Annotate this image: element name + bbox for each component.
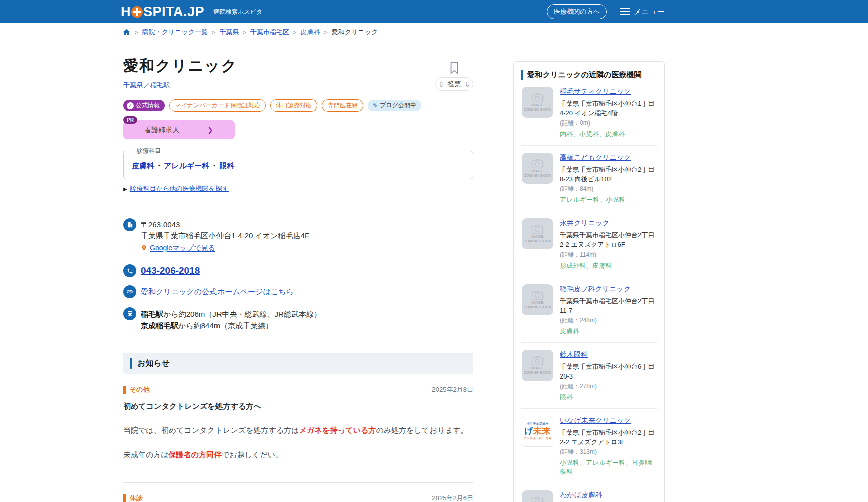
access-line-2: 京成稲毛駅から約844m（京成千葉線） <box>141 320 321 331</box>
news-category-label: その他 <box>130 385 150 394</box>
nearby-clinic-link[interactable]: いなげ未来クリニック <box>560 416 631 424</box>
nearby-clinic-item: IMAGECOMING SOON 高橋こどもクリニック 千葉県千葉市稲毛区小仲台… <box>521 146 657 211</box>
clinic-photo-placeholder: IMAGECOMING SOON <box>522 284 553 315</box>
site-tagline: 病院検索ホスピタ <box>213 8 262 16</box>
badge-row: ✓ 公式情報 マイナンバーカード保険証対応 休日診療対応 専門医在籍 ✎ ブログ… <box>123 99 473 112</box>
nearby-clinic-distance: (距離：278m) <box>560 382 656 391</box>
google-map-link[interactable]: Googleマップで見る <box>150 243 215 253</box>
pref-station-line: 千葉県／稲毛駅 <box>123 81 473 90</box>
check-seal-icon: ✓ <box>127 102 134 109</box>
nearby-clinic-link[interactable]: わかば皮膚科 <box>560 491 602 499</box>
logo-text: 社団 千葉双葉会 <box>526 422 549 426</box>
department-link-dermatology[interactable]: 皮膚科 <box>132 161 154 170</box>
logo-text: げ未来 <box>524 426 550 436</box>
news-date: 2025年2月6日 <box>432 494 473 502</box>
site-logo[interactable]: HSPITA.JP <box>121 4 204 20</box>
blog-badge[interactable]: ✎ ブログ公開中 <box>368 100 421 111</box>
breadcrumb-link-pref[interactable]: 千葉県 <box>219 28 239 37</box>
breadcrumb-separator: > <box>212 29 215 35</box>
nurse-recruit-label: 看護師求人 <box>145 126 180 135</box>
chevron-right-icon: ❯ <box>208 126 213 134</box>
for-medical-institutions-button[interactable]: 医療機関の方へ <box>547 4 607 19</box>
placeholder-text: COMING SOON <box>524 305 552 309</box>
breadcrumb-link-city[interactable]: 千葉市稲毛区 <box>250 28 289 37</box>
nearby-clinic-link[interactable]: 高橋こどもクリニック <box>560 153 631 161</box>
nearby-clinic-distance: (距離：248m) <box>560 316 656 325</box>
clinic-photo-placeholder: IMAGECOMING SOON <box>522 87 553 118</box>
news-section-header: お知らせ <box>123 353 473 374</box>
news-text-highlight: メガネを持っている方 <box>299 426 376 434</box>
nearby-clinic-departments: 内科、小児科、皮膚科 <box>560 130 656 139</box>
news-paragraph-2: 未成年の方は保護者の方同伴でお越しくだい。 <box>123 449 473 460</box>
pr-banner-wrap: PR 看護師求人 ❯ <box>123 120 235 139</box>
breadcrumb-link-department[interactable]: 皮膚科 <box>300 28 320 37</box>
nearby-clinic-address: 千葉県千葉市稲毛区小仲台6丁目20-3 <box>560 362 656 381</box>
nearby-clinic-distance: (距離：114m) <box>560 250 656 259</box>
section-divider <box>123 209 473 209</box>
dot-separator: ・ <box>155 161 163 170</box>
nearby-clinic-link[interactable]: 稲毛サティクリニック <box>560 87 631 95</box>
placeholder-text: COMING SOON <box>524 107 552 112</box>
news-item-header: その他 2025年2月8日 <box>123 385 473 394</box>
downvote-icon[interactable]: ⇩ <box>464 80 470 88</box>
phone-number-link[interactable]: 043-206-2018 <box>141 265 200 276</box>
department-link-allergy[interactable]: アレルギー科 <box>164 161 209 170</box>
train-icon <box>123 307 136 320</box>
placeholder-text: COMING SOON <box>524 239 552 243</box>
news-date: 2025年2月8日 <box>432 385 473 394</box>
nearby-clinic-item: IMAGECOMING SOON 鈴木眼科 千葉県千葉市稲毛区小仲台6丁目20-… <box>521 343 657 409</box>
blog-badge-label: ブログ公開中 <box>380 101 416 110</box>
breadcrumb-separator: > <box>324 29 327 35</box>
building-icon <box>123 218 136 231</box>
logo-text-left: H <box>121 4 131 20</box>
menu-button[interactable]: メニュー <box>620 7 665 17</box>
nearby-clinic-departments: 眼科 <box>560 393 656 402</box>
nearby-clinic-address: 千葉県千葉市稲毛区小仲台2丁目2-2 エヌズクアトロ6F <box>560 230 656 249</box>
access-row: 稲毛駅から約206m（JR中央・総武線、JR総武本線） 京成稲毛駅から約844m… <box>123 307 473 331</box>
station-link[interactable]: 稲毛駅 <box>150 81 170 89</box>
camera-icon <box>531 496 544 502</box>
upvote-icon[interactable]: ⇧ <box>438 80 444 88</box>
nearby-clinic-item: IMAGECOMING SOON 稲毛皮フ科クリニック 千葉県千葉市稲毛区小仲台… <box>521 277 657 343</box>
prefecture-link[interactable]: 千葉県 <box>123 81 143 89</box>
departments-legend: 診療科目 <box>134 147 164 155</box>
nearby-clinic-link[interactable]: 鈴木眼科 <box>560 350 588 358</box>
news-paragraph-1: 当院では、初めてコンタクトレンズを処方する方はメガネを持っている方のみ処方をして… <box>123 425 473 436</box>
home-icon[interactable] <box>122 28 131 36</box>
departments-links: 皮膚科・アレルギー科・眼科 <box>132 161 465 171</box>
pencil-icon: ✎ <box>373 102 378 109</box>
placeholder-text: IMAGE <box>524 103 552 107</box>
news-text: 当院では、初めてコンタクトレンズを処方する方は <box>123 426 299 434</box>
news-category: 休診 <box>123 494 143 502</box>
phone-icon <box>123 264 136 277</box>
placeholder-text: IMAGE <box>524 366 552 370</box>
nearby-clinic-address: 千葉県千葉市稲毛区小仲台2丁目2-2 エヌズクアトロ3F <box>560 428 656 447</box>
breadcrumb-link-list[interactable]: 病院・クリニック一覧 <box>142 28 208 37</box>
category-accent-bar <box>123 386 126 394</box>
clinic-photo-placeholder: IMAGECOMING SOON <box>522 350 553 381</box>
nearby-clinic-link[interactable]: 永井クリニック <box>560 219 610 227</box>
logo-text: アレルギー科・耳鼻 <box>524 436 552 441</box>
pr-tag: PR <box>123 116 137 124</box>
camera-icon <box>531 356 544 366</box>
placeholder-text: COMING SOON <box>524 173 552 178</box>
nearby-clinic-departments: 小児科、アレルギー科、耳鼻咽喉科 <box>560 458 656 476</box>
triangle-icon: ▶ <box>123 186 127 192</box>
news-divider <box>123 482 473 483</box>
official-homepage-link[interactable]: 愛和クリニックの公式ホームページはこちら <box>141 287 294 297</box>
holiday-care-badge: 休日診療対応 <box>270 99 317 112</box>
bookmark-icon[interactable] <box>449 62 460 77</box>
find-other-link[interactable]: 診療科目から他の医療機関を探す <box>130 184 229 193</box>
nearby-clinic-address: 千葉県千葉市稲毛区小仲台2丁目8-23 向後ビル102 <box>560 165 656 184</box>
news-category-label: 休診 <box>130 494 143 502</box>
official-info-badge: ✓ 公式情報 <box>123 100 165 111</box>
department-link-ophthalmology[interactable]: 眼科 <box>219 161 234 170</box>
nurse-recruit-banner[interactable]: 看護師求人 ❯ <box>123 120 235 139</box>
nearby-clinic-link[interactable]: 稲毛皮フ科クリニック <box>560 285 631 293</box>
camera-icon <box>531 224 544 234</box>
access-distance: から約844m（京成千葉線） <box>178 321 273 330</box>
phone-row: 043-206-2018 <box>123 264 473 277</box>
map-pin-icon <box>141 244 147 252</box>
placeholder-text: IMAGE <box>524 169 552 173</box>
nearby-clinic-address: 千葉県千葉市稲毛区小仲台2丁目11-7 <box>560 296 656 315</box>
